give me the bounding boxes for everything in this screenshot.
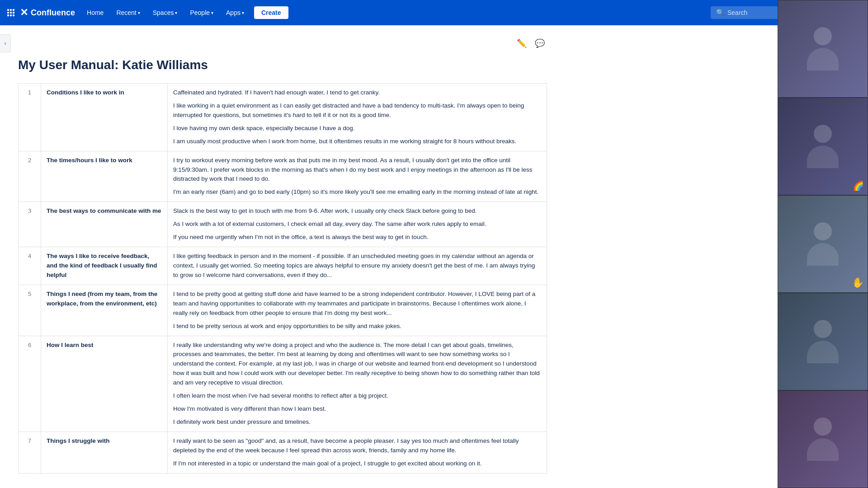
content-paragraph: I like getting feedback in person and in…	[173, 252, 541, 280]
video-tile-4	[778, 293, 868, 390]
row-category: The times/hours I like to work	[41, 151, 168, 202]
content-paragraph: I tend to be pretty serious at work and …	[173, 322, 541, 331]
row-category: Things I struggle with	[41, 432, 168, 473]
row-content: I really want to be seen as "good" and, …	[168, 432, 547, 473]
table-row: 2The times/hours I like to workI try to …	[19, 151, 547, 202]
row-category: Things I need (from my team, from the wo…	[41, 285, 168, 336]
video-sidebar: 🌈 ✋	[778, 0, 868, 488]
content-paragraph: I like working in a quiet environment as…	[173, 101, 541, 120]
create-button[interactable]: Create	[254, 6, 288, 19]
content-paragraph: I really want to be seen as "good" and, …	[173, 436, 541, 455]
video-tile-3: ✋	[778, 195, 868, 293]
main-content: ✏️ 💬 My User Manual: Katie Williams 1Con…	[0, 25, 565, 488]
video-tile-1	[778, 0, 868, 98]
content-paragraph: How I'm motivated is very different than…	[173, 404, 541, 414]
edit-button[interactable]: ✏️	[514, 36, 529, 51]
rainbow-emoji: 🌈	[853, 180, 864, 191]
row-number: 7	[19, 432, 41, 473]
nav-home[interactable]: Home	[82, 6, 108, 19]
content-paragraph: I tend to be pretty good at getting stuf…	[173, 290, 541, 318]
apps-chevron: ▾	[242, 10, 244, 15]
nav-spaces[interactable]: Spaces ▾	[148, 6, 182, 19]
row-number: 5	[19, 285, 41, 336]
table-row: 3The best ways to communicate with meSla…	[19, 202, 547, 247]
row-content: Slack is the best way to get in touch wi…	[168, 202, 547, 247]
table-row: 6How I learn bestI really like understan…	[19, 336, 547, 432]
recent-chevron: ▾	[138, 10, 140, 15]
row-content: I tend to be pretty good at getting stuf…	[168, 285, 547, 336]
content-paragraph: I often learn the most when I've had sev…	[173, 391, 541, 401]
top-navigation: ✕ Confluence Home Recent ▾ Spaces ▾ Peop…	[0, 0, 868, 25]
content-paragraph: I try to workout every morning before wo…	[173, 156, 541, 184]
person-5	[807, 418, 839, 461]
content-paragraph: As I work with a lot of external custome…	[173, 220, 541, 229]
user-manual-table: 1Conditions I like to work inCaffeinated…	[18, 83, 547, 474]
table-row: 7Things I struggle withI really want to …	[19, 432, 547, 473]
content-paragraph: If you need me urgently when I'm not in …	[173, 233, 541, 242]
nav-apps[interactable]: Apps ▾	[222, 6, 249, 19]
content-paragraph: I am usually most productive when I work…	[173, 137, 541, 146]
logo-text: Confluence	[31, 8, 75, 18]
nav-recent[interactable]: Recent ▾	[112, 6, 144, 19]
table-row: 1Conditions I like to work inCaffeinated…	[19, 84, 547, 151]
confluence-logo[interactable]: ✕ Confluence	[20, 7, 75, 19]
search-icon: 🔍	[716, 9, 725, 17]
person-4	[807, 320, 839, 363]
row-category: The ways I like to receive feedback, and…	[41, 247, 168, 285]
row-content: Caffeinated and hydrated. If I haven't h…	[168, 84, 547, 151]
page-toolbar: ✏️ 💬	[18, 36, 547, 51]
row-number: 6	[19, 336, 41, 432]
nav-people[interactable]: People ▾	[185, 6, 218, 19]
confluence-icon: ✕	[20, 7, 28, 19]
table-body: 1Conditions I like to work inCaffeinated…	[19, 84, 547, 474]
row-number: 4	[19, 247, 41, 285]
row-category: How I learn best	[41, 336, 168, 432]
person-2	[807, 125, 839, 168]
row-number: 2	[19, 151, 41, 202]
comment-button[interactable]: 💬	[533, 36, 547, 51]
row-category: The best ways to communicate with me	[41, 202, 168, 247]
person-3	[807, 222, 839, 266]
row-content: I like getting feedback in person and in…	[168, 247, 547, 285]
content-paragraph: Slack is the best way to get in touch wi…	[173, 206, 541, 216]
page-title: My User Manual: Katie Williams	[18, 58, 547, 72]
spaces-chevron: ▾	[175, 10, 177, 15]
content-paragraph: I definitely work best under pressure an…	[173, 418, 541, 427]
hand-raise-icon: ✋	[852, 277, 864, 289]
people-chevron: ▾	[211, 10, 213, 15]
table-row: 4The ways I like to receive feedback, an…	[19, 247, 547, 285]
table-row: 5Things I need (from my team, from the w…	[19, 285, 547, 336]
content-paragraph: Caffeinated and hydrated. If I haven't h…	[173, 88, 541, 98]
row-number: 3	[19, 202, 41, 247]
video-tile-2: 🌈	[778, 98, 868, 195]
row-content: I really like understanding why we're do…	[168, 336, 547, 432]
content-paragraph: I'm an early riser (6am) and go to bed e…	[173, 188, 541, 197]
sidebar-toggle[interactable]: ›	[0, 34, 11, 52]
row-number: 1	[19, 84, 41, 151]
row-content: I try to workout every morning before wo…	[168, 151, 547, 202]
row-category: Conditions I like to work in	[41, 84, 168, 151]
video-tile-5	[778, 390, 868, 488]
content-paragraph: I really like understanding why we're do…	[173, 341, 541, 388]
grid-apps-icon[interactable]	[7, 9, 14, 16]
content-paragraph: I love having my own desk space, especia…	[173, 124, 541, 133]
content-paragraph: If I'm not interested in a topic or unde…	[173, 459, 541, 469]
person-1	[807, 27, 839, 70]
